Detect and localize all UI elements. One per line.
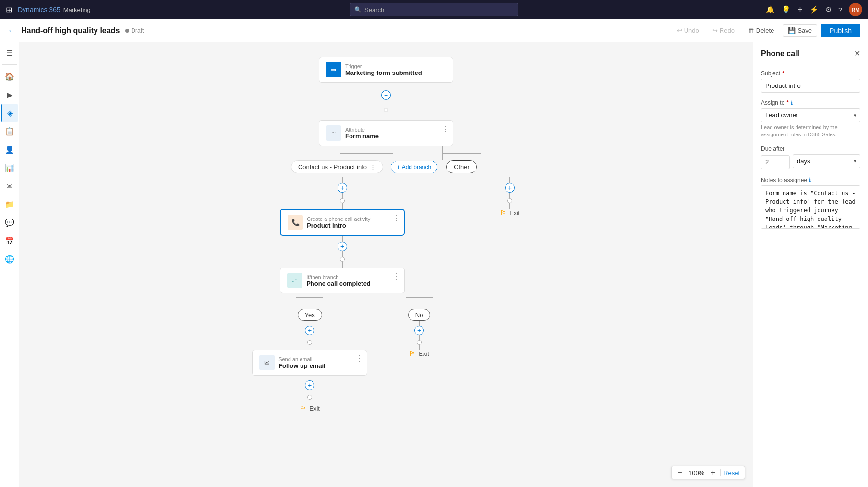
add-branch-button[interactable]: + Add branch <box>391 161 437 173</box>
search-icon: 🔍 <box>354 6 362 13</box>
assign-required: * <box>786 99 789 106</box>
assign-info-icon[interactable]: ℹ <box>791 100 793 106</box>
lightbulb-icon[interactable]: 💡 <box>782 5 791 14</box>
h-line-right <box>443 153 481 154</box>
exit-no-node: 🏳 Exit <box>409 350 429 357</box>
canvas-inner: ⇒ Trigger Marketing form submitted + <box>19 42 753 487</box>
search-bar[interactable]: 🔍 Search <box>350 3 518 16</box>
sidebar-play-icon[interactable]: ▶ <box>1 86 18 103</box>
due-number-input[interactable] <box>761 155 790 169</box>
trigger-title: Marketing form submitted <box>345 69 446 76</box>
ll-v3 <box>342 203 343 209</box>
ifthen-node[interactable]: ⇌ If/then branch Phone call completed ⋮ <box>280 268 405 293</box>
trigger-node[interactable]: ⇒ Trigger Marketing form submitted <box>319 57 453 83</box>
sidebar-journey-icon[interactable]: ◈ <box>1 104 18 122</box>
publish-button[interactable]: Publish <box>821 24 860 37</box>
yes-add[interactable]: + <box>305 326 314 335</box>
left-col: + 📞 Create a phone call activity <box>252 177 433 412</box>
zoom-minus-btn[interactable]: − <box>676 468 683 477</box>
node-circle-1 <box>384 108 388 112</box>
yc-v1 <box>310 321 310 326</box>
phone-menu[interactable]: ⋮ <box>392 214 400 223</box>
lc2-v1 <box>342 236 343 242</box>
branch-left-menu[interactable]: ⋮ <box>370 163 376 170</box>
attribute-menu[interactable]: ⋮ <box>441 124 449 134</box>
left-add-1[interactable]: + <box>338 183 347 193</box>
attribute-node[interactable]: ≈ Attribute Form name ⋮ <box>319 120 453 146</box>
subject-input[interactable] <box>761 79 860 93</box>
module-name: Marketing <box>63 6 91 13</box>
no-hline-right <box>406 297 433 298</box>
toolbar-actions: ↩ Undo ↪ Redo 🗑 Delete 💾 Save Publish <box>672 24 860 37</box>
due-unit-select[interactable]: days hours minutes weeks <box>793 154 860 168</box>
phone-node[interactable]: 📞 Create a phone call activity Product i… <box>280 209 405 236</box>
page-title: Hand-off high quality leads <box>21 26 120 35</box>
email-node[interactable]: ✉ Send an email Follow up email ⋮ <box>252 350 367 376</box>
right-add[interactable]: + <box>505 183 515 193</box>
sidebar: ☰ 🏠 ▶ ◈ 📋 👤 📊 ✉ 📁 💬 📅 🌐 <box>0 42 19 487</box>
assign-select[interactable]: Lead owner <box>761 108 860 122</box>
user-avatar[interactable]: RM <box>849 3 862 16</box>
zoom-reset-btn[interactable]: Reset <box>720 469 740 476</box>
notification-icon[interactable]: 🔔 <box>766 5 775 14</box>
save-button[interactable]: 💾 Save <box>783 24 817 37</box>
nav-brand: Dynamics 365 Marketing <box>18 6 91 13</box>
right-conn: + <box>505 177 515 209</box>
sidebar-globe-icon[interactable]: 🌐 <box>1 250 18 268</box>
delete-icon: 🗑 <box>748 27 754 34</box>
trigger-icon: ⇒ <box>326 62 341 77</box>
help-icon[interactable]: ? <box>838 6 842 14</box>
left-add-2[interactable]: + <box>338 242 347 251</box>
filter-icon[interactable]: ⚡ <box>809 5 819 14</box>
notes-textarea[interactable]: Form name is "Contact us - Product info"… <box>761 185 860 229</box>
redo-button[interactable]: ↪ Redo <box>708 25 739 36</box>
email-menu[interactable]: ⋮ <box>355 354 363 363</box>
add-node-btn-1[interactable]: + <box>381 90 391 100</box>
settings-icon[interactable]: ⚙ <box>825 5 832 14</box>
undo-icon: ↩ <box>677 27 682 34</box>
branch-right-pill[interactable]: Other <box>446 160 477 173</box>
no-conn: + <box>414 321 424 350</box>
sidebar-list-icon[interactable]: 📋 <box>1 122 18 140</box>
sidebar-menu-icon[interactable]: ☰ <box>1 44 18 61</box>
no-col: No + 🏳 <box>406 297 433 357</box>
sidebar-home-icon[interactable]: 🏠 <box>1 68 18 85</box>
sidebar-calendar-icon[interactable]: 📅 <box>1 232 18 249</box>
panel-close-btn[interactable]: ✕ <box>854 49 860 58</box>
nav-right-icons: 🔔 💡 + ⚡ ⚙ ? RM <box>766 3 862 16</box>
branch-row: Contact us - Product info ⋮ + Add branch <box>291 146 481 173</box>
left-branch: Contact us - Product info ⋮ + Add branch <box>291 146 442 173</box>
no-pill[interactable]: No <box>408 309 431 321</box>
branch-left-pill[interactable]: Contact us - Product info ⋮ <box>291 160 383 173</box>
sidebar-folder-icon[interactable]: 📁 <box>1 195 18 213</box>
no-add[interactable]: + <box>414 326 424 335</box>
line-v-2 <box>386 100 386 108</box>
zoom-plus-btn[interactable]: + <box>710 468 716 477</box>
rc-circle <box>507 198 512 203</box>
grid-icon[interactable]: ⊞ <box>6 5 12 14</box>
trigger-container: ⇒ Trigger Marketing form submitted + <box>252 57 520 412</box>
yes-pill[interactable]: Yes <box>298 309 322 321</box>
delete-button[interactable]: 🗑 Delete <box>743 25 779 36</box>
sidebar-chat-icon[interactable]: 💬 <box>1 214 18 231</box>
ifthen-menu[interactable]: ⋮ <box>393 272 400 281</box>
canvas-area: ⇒ Trigger Marketing form submitted + <box>19 42 753 487</box>
due-field-section: Due after days hours minutes weeks ▾ <box>761 146 860 170</box>
sidebar-people-icon[interactable]: 👤 <box>1 141 18 158</box>
nc-v2 <box>419 335 420 340</box>
sidebar-chart-icon[interactable]: 📊 <box>1 159 18 176</box>
ll-v1 <box>342 177 343 183</box>
email-add[interactable]: + <box>305 380 314 390</box>
undo-button[interactable]: ↩ Undo <box>672 25 704 36</box>
branch-pill-row: Contact us - Product info ⋮ + Add branch <box>291 160 442 173</box>
notes-info-icon[interactable]: ℹ <box>809 177 811 183</box>
lc2-v3 <box>342 262 343 268</box>
add-icon[interactable]: + <box>797 5 803 15</box>
back-button[interactable]: ← <box>8 26 15 35</box>
yesno-split: Yes + <box>252 297 433 412</box>
email-icon: ✉ <box>259 355 275 370</box>
sidebar-mail-icon[interactable]: ✉ <box>1 177 18 195</box>
status-badge: Draft <box>125 27 144 34</box>
status-dot <box>125 29 129 33</box>
ec-circle <box>307 395 312 400</box>
